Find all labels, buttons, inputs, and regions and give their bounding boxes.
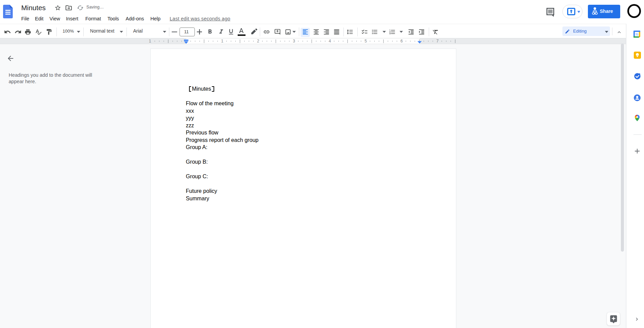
svg-text:31: 31: [635, 33, 639, 36]
